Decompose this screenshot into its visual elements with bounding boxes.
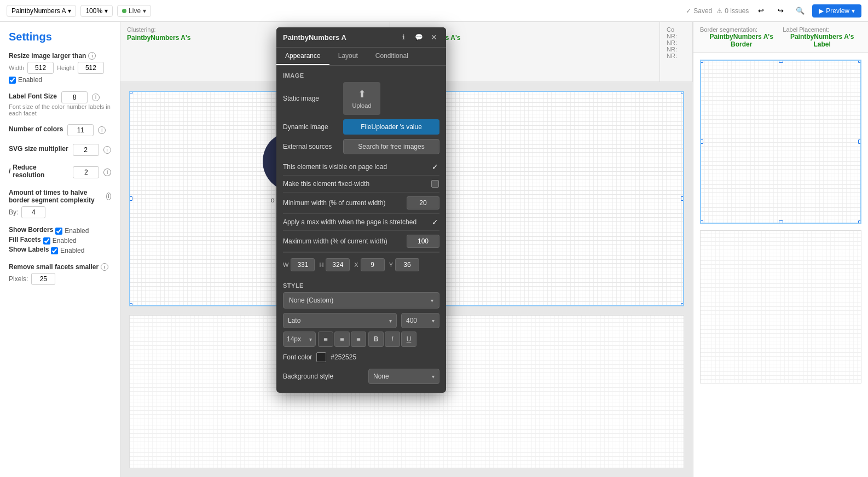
show-borders-check-label[interactable]: Enabled	[55, 227, 89, 235]
height-input[interactable]	[78, 62, 104, 74]
issues-badge: ⚠ 0 issues	[716, 7, 749, 15]
svg-multiplier-input[interactable]	[73, 144, 99, 156]
dim-h-input[interactable]	[326, 258, 350, 271]
remove-small-info-icon[interactable]: i	[101, 263, 108, 271]
reduce-res-label: / Reduce resolution	[9, 164, 68, 179]
handle-tr[interactable]	[681, 91, 684, 94]
dimensions-row: W H X Y	[283, 252, 439, 277]
weight-select[interactable]: 400 ▾	[401, 313, 439, 328]
app-name-select[interactable]: PaintbyNumbers A ▾	[7, 5, 76, 17]
show-labels-check-label[interactable]: Enabled	[51, 247, 84, 254]
label-placement-col: Label Placement: PaintbyNumbers A's Labe…	[783, 26, 861, 48]
r-handle-tl[interactable]	[700, 60, 703, 63]
tab-conditional[interactable]: Conditional	[367, 48, 417, 65]
reduce-res-input[interactable]	[73, 166, 99, 178]
reduce-res-inline: / Reduce resolution i	[9, 164, 111, 181]
svg-multiplier-info-icon[interactable]: i	[103, 146, 111, 154]
r-handle-bm[interactable]	[779, 220, 783, 224]
tab-layout[interactable]: Layout	[329, 48, 367, 65]
num-colors-input[interactable]	[67, 124, 94, 136]
align-center-button[interactable]: ≡	[334, 331, 350, 347]
zoom-select[interactable]: 100% ▾	[80, 5, 113, 17]
font-size-input[interactable]	[61, 91, 88, 103]
max-width-stretch-check[interactable]: ✓	[431, 218, 439, 226]
width-input[interactable]	[27, 62, 54, 74]
num-colors-info-icon[interactable]: i	[98, 126, 106, 134]
handle-mr[interactable]	[681, 196, 684, 201]
dim-w-input[interactable]	[291, 258, 315, 271]
dim-x-input[interactable]	[361, 258, 385, 271]
max-width-input[interactable]	[407, 235, 439, 248]
fill-facets-check-label[interactable]: Enabled	[43, 237, 77, 245]
font-size-info-icon[interactable]: i	[92, 94, 100, 101]
show-borders-checkbox[interactable]	[55, 228, 62, 235]
r-handle-br[interactable]	[858, 220, 861, 224]
undo-button[interactable]: ↩	[753, 3, 768, 19]
dim-w-field: W	[283, 258, 315, 271]
fill-facets-checkbox[interactable]	[43, 237, 50, 245]
min-width-input[interactable]	[407, 196, 439, 210]
size-select[interactable]: 14px ▾	[283, 331, 316, 347]
dim-h-field: H	[319, 258, 350, 271]
show-borders-row: Show Borders Enabled	[9, 226, 111, 236]
fixed-width-check[interactable]	[431, 179, 439, 188]
align-right-button[interactable]: ≡	[351, 331, 366, 347]
reduce-res-info-icon[interactable]: i	[103, 168, 111, 176]
pixels-label: Pixels:	[9, 275, 28, 283]
right-preview-top	[700, 60, 861, 224]
handle-ml[interactable]	[129, 196, 132, 201]
r-handle-tm[interactable]	[779, 60, 783, 63]
preview-button[interactable]: ▶ Preview ▾	[812, 4, 861, 18]
r-handle-bl[interactable]	[700, 220, 703, 224]
upload-button[interactable]: ⬆ Upload	[343, 82, 380, 115]
fixed-width-label: Make this element fixed-width	[283, 180, 369, 188]
resize-info-icon[interactable]: i	[88, 52, 96, 60]
r-handle-mr[interactable]	[858, 139, 861, 144]
bg-style-dropdown[interactable]: None ▾	[368, 369, 439, 384]
by-input[interactable]	[21, 206, 45, 218]
r-handle-ml[interactable]	[700, 139, 703, 144]
visible-on-load-check[interactable]: ✓	[431, 162, 439, 171]
tab-appearance[interactable]: Appearance	[276, 48, 329, 65]
show-labels-checkbox[interactable]	[51, 247, 58, 254]
co-label: Co	[667, 26, 686, 33]
search-label: Search for free images	[358, 143, 424, 150]
italic-button[interactable]: I	[385, 331, 400, 347]
dynamic-value-btn[interactable]: FileUploader 's value	[343, 119, 439, 135]
handle-br[interactable]	[681, 303, 684, 306]
search-button[interactable]: 🔍	[792, 3, 808, 19]
format-group: B I U	[368, 331, 416, 347]
dim-x-field: X	[354, 258, 384, 271]
font-select[interactable]: Lato ▾	[283, 313, 397, 328]
font-color-swatch[interactable]	[316, 352, 326, 362]
live-badge[interactable]: Live ▾	[117, 5, 151, 17]
dialog-info-icon[interactable]: ℹ	[398, 32, 409, 43]
handle-tl[interactable]	[129, 91, 132, 94]
dialog-close-button[interactable]: ✕	[429, 32, 439, 43]
pixels-input[interactable]	[31, 273, 55, 285]
topbar-left: PaintbyNumbers A ▾ 100% ▾ Live ▾	[7, 5, 151, 17]
redo-button[interactable]: ↪	[773, 3, 788, 19]
dialog-comment-icon[interactable]: 💬	[413, 32, 424, 43]
fill-facets-label: Fill Facets	[9, 236, 41, 243]
r-handle-tr[interactable]	[858, 60, 861, 63]
resize-label: Resize image larger than i	[9, 52, 111, 60]
min-width-row: Minimum width (% of current width)	[283, 193, 439, 214]
halve-info-icon[interactable]: i	[106, 193, 111, 200]
bold-button[interactable]: B	[368, 331, 384, 347]
dim-y-field: Y	[389, 258, 419, 271]
style-value: None (Custom)	[289, 296, 333, 304]
right-sketch-top	[701, 61, 860, 223]
handle-bl[interactable]	[129, 303, 132, 306]
upload-btn-label: Upload	[352, 102, 372, 109]
enabled-checkbox-label[interactable]: Enabled	[9, 76, 111, 84]
max-width-stretch-label: Apply a max width when the page is stret…	[283, 218, 416, 226]
format-row: 14px ▾ ≡ ≡ ≡ B I U	[283, 331, 439, 347]
search-free-images-button[interactable]: Search for free images	[343, 139, 439, 154]
dim-y-input[interactable]	[395, 258, 419, 271]
underline-button[interactable]: U	[401, 331, 416, 347]
style-dropdown[interactable]: None (Custom) ▾	[283, 292, 439, 309]
saved-check-icon: ✓	[686, 7, 691, 15]
align-left-button[interactable]: ≡	[318, 331, 333, 347]
enabled-checkbox[interactable]	[9, 77, 16, 84]
